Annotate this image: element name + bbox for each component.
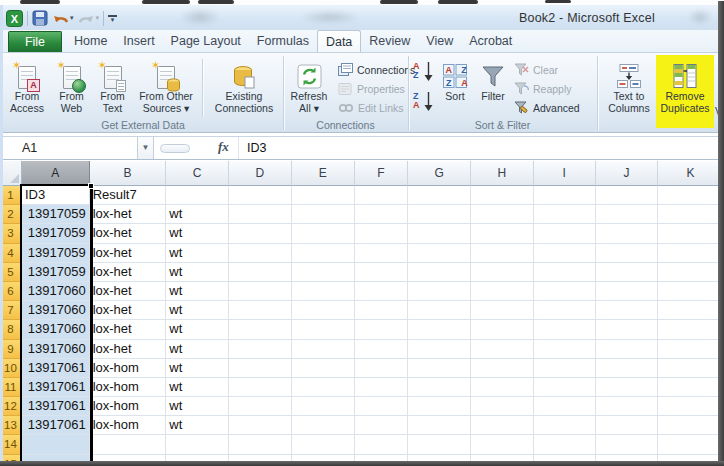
cell-K5[interactable] [658,263,724,282]
cell-E2[interactable] [292,205,355,224]
cell-G11[interactable] [408,378,471,397]
cell-E10[interactable] [292,359,355,378]
cell-D4[interactable] [229,244,292,263]
cell-K3[interactable] [658,224,724,243]
cell-E3[interactable] [292,224,355,243]
from-text-button[interactable]: ✶ From Text [93,57,132,119]
cell-K8[interactable] [658,320,724,339]
row-header-1[interactable]: 1 [0,186,22,205]
cell-E14[interactable] [292,435,355,454]
column-header-C[interactable]: C [166,161,229,186]
cell-B7[interactable]: lox-het [90,301,167,320]
cell-B12[interactable]: lox-hom [90,397,167,416]
cell-F4[interactable] [355,244,409,263]
cell-F3[interactable] [355,224,409,243]
cell-E4[interactable] [292,244,355,263]
cell-J6[interactable] [596,282,659,301]
name-box-dropdown-icon[interactable]: ▼ [138,137,154,159]
column-header-I[interactable]: I [534,161,596,186]
cell-I9[interactable] [534,340,596,359]
cell-J11[interactable] [596,378,659,397]
column-header-A[interactable]: A [22,161,90,186]
cell-A9[interactable]: 13917060 [22,340,90,359]
advanced-filter-button[interactable]: Advanced [514,99,580,116]
cell-J1[interactable] [596,186,659,205]
sort-button[interactable]: AZZA Sort [438,57,472,119]
cell-J2[interactable] [596,205,659,224]
cell-C1[interactable] [166,186,229,205]
cell-A10[interactable]: 13917061 [22,359,90,378]
cell-F9[interactable] [355,340,409,359]
cell-B2[interactable]: lox-het [90,205,167,224]
cell-H14[interactable] [471,435,534,454]
row-header-8[interactable]: 8 [0,320,22,339]
filter-button[interactable]: Filter [476,57,510,119]
sort-descending-button[interactable]: ZA [413,89,433,113]
cell-G5[interactable] [408,263,471,282]
undo-dropdown-icon[interactable]: ▾ [70,14,74,22]
cell-B1[interactable]: Result7 [90,186,167,205]
select-all-corner[interactable] [0,161,22,186]
cell-J5[interactable] [596,263,659,282]
column-header-E[interactable]: E [292,161,355,186]
formula-input[interactable]: ID3 [238,137,716,159]
cell-G12[interactable] [408,397,471,416]
cell-J10[interactable] [596,359,659,378]
cell-B5[interactable]: lox-het [90,263,167,282]
insert-function-icon[interactable]: fx [218,139,229,155]
cell-F2[interactable] [355,205,409,224]
cell-H8[interactable] [471,320,534,339]
cell-H9[interactable] [471,340,534,359]
column-header-G[interactable]: G [408,161,471,186]
tab-view[interactable]: View [418,30,461,52]
cell-J8[interactable] [596,320,659,339]
row-header-5[interactable]: 5 [0,263,22,282]
cell-J7[interactable] [596,301,659,320]
cell-G7[interactable] [408,301,471,320]
cell-I4[interactable] [534,244,596,263]
text-to-columns-button[interactable]: Text to Columns [602,57,656,119]
row-header-6[interactable]: 6 [0,282,22,301]
cell-B14[interactable] [90,435,167,454]
row-header-14[interactable]: 14 [0,435,22,454]
cell-D2[interactable] [229,205,292,224]
cell-G6[interactable] [408,282,471,301]
customize-qat-icon[interactable]: ▾ [108,15,117,22]
cell-C5[interactable]: wt [166,263,229,282]
cell-B3[interactable]: lox-het [90,224,167,243]
cell-I8[interactable] [534,320,596,339]
row-header-3[interactable]: 3 [0,224,22,243]
cell-D6[interactable] [229,282,292,301]
cell-D1[interactable] [229,186,292,205]
save-button[interactable] [32,10,48,26]
cell-K10[interactable] [658,359,724,378]
cell-H3[interactable] [471,224,534,243]
cell-E5[interactable] [292,263,355,282]
row-header-11[interactable]: 11 [0,378,22,397]
cell-K6[interactable] [658,282,724,301]
existing-connections-button[interactable]: Existing Connections [206,57,282,119]
cell-K13[interactable] [658,416,724,435]
cell-B10[interactable]: lox-hom [90,359,167,378]
cell-K12[interactable] [658,397,724,416]
cell-F11[interactable] [355,378,409,397]
cell-C10[interactable]: wt [166,359,229,378]
cell-A8[interactable]: 13917060 [22,320,90,339]
cell-E11[interactable] [292,378,355,397]
cell-K2[interactable] [658,205,724,224]
cell-H2[interactable] [471,205,534,224]
cell-B8[interactable]: lox-het [90,320,167,339]
cell-I11[interactable] [534,378,596,397]
refresh-all-button[interactable]: Refresh All ▾ [286,57,332,119]
row-header-9[interactable]: 9 [0,340,22,359]
cell-C11[interactable]: wt [166,378,229,397]
cell-D11[interactable] [229,378,292,397]
cell-C6[interactable]: wt [166,282,229,301]
tab-insert[interactable]: Insert [115,30,162,52]
cell-K9[interactable] [658,340,724,359]
cell-K11[interactable] [658,378,724,397]
cell-C4[interactable]: wt [166,244,229,263]
row-header-13[interactable]: 13 [0,416,22,435]
cell-E9[interactable] [292,340,355,359]
cell-A4[interactable]: 13917059 [22,244,90,263]
